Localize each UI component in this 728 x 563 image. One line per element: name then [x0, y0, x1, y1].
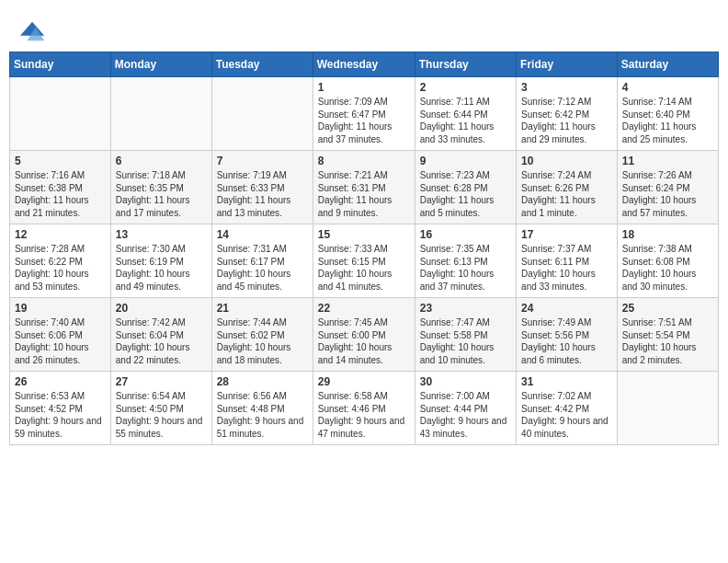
day-number: 17 [521, 228, 612, 241]
calendar-cell: 22Sunrise: 7:45 AM Sunset: 6:00 PM Dayli… [313, 298, 415, 372]
day-info: Sunrise: 7:14 AM Sunset: 6:40 PM Dayligh… [622, 96, 713, 145]
day-number: 6 [116, 155, 207, 167]
calendar-cell: 19Sunrise: 7:40 AM Sunset: 6:06 PM Dayli… [10, 298, 111, 372]
day-info: Sunrise: 7:37 AM Sunset: 6:11 PM Dayligh… [521, 243, 612, 293]
day-number: 3 [521, 81, 612, 94]
day-number: 20 [116, 302, 207, 315]
day-number: 4 [622, 81, 713, 94]
calendar-cell: 26Sunrise: 6:53 AM Sunset: 4:52 PM Dayli… [10, 372, 111, 445]
calendar-body: 1Sunrise: 7:09 AM Sunset: 6:47 PM Daylig… [10, 77, 719, 445]
day-number: 26 [15, 375, 106, 388]
day-number: 13 [116, 228, 207, 241]
day-info: Sunrise: 7:49 AM Sunset: 5:56 PM Dayligh… [521, 316, 612, 366]
calendar-cell: 8Sunrise: 7:21 AM Sunset: 6:31 PM Daylig… [313, 151, 415, 224]
calendar-cell: 15Sunrise: 7:33 AM Sunset: 6:15 PM Dayli… [313, 224, 415, 298]
calendar-cell: 5Sunrise: 7:16 AM Sunset: 6:38 PM Daylig… [10, 151, 111, 224]
day-info: Sunrise: 6:54 AM Sunset: 4:50 PM Dayligh… [116, 390, 207, 440]
day-info: Sunrise: 7:28 AM Sunset: 6:22 PM Dayligh… [15, 243, 106, 293]
day-info: Sunrise: 7:40 AM Sunset: 6:06 PM Dayligh… [15, 316, 106, 366]
day-number: 7 [217, 155, 308, 167]
day-number: 21 [217, 302, 308, 315]
calendar-cell: 2Sunrise: 7:11 AM Sunset: 6:44 PM Daylig… [415, 77, 516, 151]
day-info: Sunrise: 7:24 AM Sunset: 6:26 PM Dayligh… [521, 169, 612, 219]
day-number: 9 [420, 155, 511, 167]
day-number: 27 [116, 375, 207, 388]
weekday-wednesday: Wednesday [313, 52, 415, 77]
day-info: Sunrise: 7:26 AM Sunset: 6:24 PM Dayligh… [622, 169, 713, 219]
calendar-cell: 21Sunrise: 7:44 AM Sunset: 6:02 PM Dayli… [211, 298, 313, 372]
day-number: 10 [521, 155, 612, 167]
day-number: 29 [318, 375, 410, 388]
calendar-cell: 12Sunrise: 7:28 AM Sunset: 6:22 PM Dayli… [10, 224, 111, 298]
calendar-cell: 25Sunrise: 7:51 AM Sunset: 5:54 PM Dayli… [617, 298, 718, 372]
calendar-table: SundayMondayTuesdayWednesdayThursdayFrid… [9, 52, 719, 445]
day-number: 11 [622, 155, 713, 167]
day-number: 12 [15, 228, 106, 241]
weekday-sunday: Sunday [10, 52, 111, 77]
day-number: 1 [318, 81, 410, 94]
calendar-cell: 4Sunrise: 7:14 AM Sunset: 6:40 PM Daylig… [617, 77, 718, 151]
calendar-cell: 10Sunrise: 7:24 AM Sunset: 6:26 PM Dayli… [517, 151, 618, 224]
day-number: 19 [15, 302, 106, 315]
day-info: Sunrise: 7:47 AM Sunset: 5:58 PM Dayligh… [420, 316, 511, 366]
day-number: 16 [420, 228, 511, 241]
calendar-cell: 24Sunrise: 7:49 AM Sunset: 5:56 PM Dayli… [517, 298, 618, 372]
weekday-monday: Monday [110, 52, 211, 77]
calendar-week-1: 1Sunrise: 7:09 AM Sunset: 6:47 PM Daylig… [10, 77, 719, 151]
day-info: Sunrise: 7:09 AM Sunset: 6:47 PM Dayligh… [318, 96, 410, 145]
logo [18, 18, 46, 40]
day-info: Sunrise: 7:00 AM Sunset: 4:44 PM Dayligh… [420, 390, 511, 440]
calendar-week-4: 19Sunrise: 7:40 AM Sunset: 6:06 PM Dayli… [10, 298, 719, 372]
calendar-cell: 20Sunrise: 7:42 AM Sunset: 6:04 PM Dayli… [110, 298, 211, 372]
calendar-cell: 9Sunrise: 7:23 AM Sunset: 6:28 PM Daylig… [415, 151, 516, 224]
day-number: 23 [420, 302, 511, 315]
day-info: Sunrise: 7:16 AM Sunset: 6:38 PM Dayligh… [15, 169, 106, 219]
calendar-cell: 29Sunrise: 6:58 AM Sunset: 4:46 PM Dayli… [313, 372, 415, 445]
calendar-cell: 13Sunrise: 7:30 AM Sunset: 6:19 PM Dayli… [110, 224, 211, 298]
calendar-cell: 18Sunrise: 7:38 AM Sunset: 6:08 PM Dayli… [617, 224, 718, 298]
page-header [9, 9, 719, 48]
calendar-cell: 7Sunrise: 7:19 AM Sunset: 6:33 PM Daylig… [211, 151, 313, 224]
calendar-cell [10, 77, 111, 151]
calendar-cell [617, 372, 718, 445]
day-number: 18 [622, 228, 713, 241]
calendar-cell: 16Sunrise: 7:35 AM Sunset: 6:13 PM Dayli… [415, 224, 516, 298]
day-info: Sunrise: 7:51 AM Sunset: 5:54 PM Dayligh… [622, 316, 713, 366]
day-number: 8 [318, 155, 410, 167]
day-info: Sunrise: 7:18 AM Sunset: 6:35 PM Dayligh… [116, 169, 207, 219]
logo-icon [20, 18, 46, 44]
day-number: 2 [420, 81, 511, 94]
calendar-cell: 1Sunrise: 7:09 AM Sunset: 6:47 PM Daylig… [313, 77, 415, 151]
day-info: Sunrise: 6:56 AM Sunset: 4:48 PM Dayligh… [217, 390, 308, 440]
day-info: Sunrise: 7:11 AM Sunset: 6:44 PM Dayligh… [420, 96, 511, 145]
day-number: 30 [420, 375, 511, 388]
day-info: Sunrise: 7:31 AM Sunset: 6:17 PM Dayligh… [217, 243, 308, 293]
day-number: 28 [217, 375, 308, 388]
day-info: Sunrise: 7:12 AM Sunset: 6:42 PM Dayligh… [521, 96, 612, 145]
calendar-header: SundayMondayTuesdayWednesdayThursdayFrid… [10, 52, 719, 77]
weekday-saturday: Saturday [617, 52, 718, 77]
weekday-tuesday: Tuesday [211, 52, 313, 77]
calendar-cell: 30Sunrise: 7:00 AM Sunset: 4:44 PM Dayli… [415, 372, 516, 445]
calendar-week-3: 12Sunrise: 7:28 AM Sunset: 6:22 PM Dayli… [10, 224, 719, 298]
calendar-cell: 17Sunrise: 7:37 AM Sunset: 6:11 PM Dayli… [517, 224, 618, 298]
calendar-cell: 14Sunrise: 7:31 AM Sunset: 6:17 PM Dayli… [211, 224, 313, 298]
calendar-cell: 11Sunrise: 7:26 AM Sunset: 6:24 PM Dayli… [617, 151, 718, 224]
calendar-cell: 28Sunrise: 6:56 AM Sunset: 4:48 PM Dayli… [211, 372, 313, 445]
day-number: 14 [217, 228, 308, 241]
day-info: Sunrise: 7:42 AM Sunset: 6:04 PM Dayligh… [116, 316, 207, 366]
calendar-cell [211, 77, 313, 151]
calendar-cell [110, 77, 211, 151]
day-number: 22 [318, 302, 410, 315]
day-info: Sunrise: 7:33 AM Sunset: 6:15 PM Dayligh… [318, 243, 410, 293]
day-info: Sunrise: 7:35 AM Sunset: 6:13 PM Dayligh… [420, 243, 511, 293]
weekday-header-row: SundayMondayTuesdayWednesdayThursdayFrid… [10, 52, 719, 77]
day-number: 25 [622, 302, 713, 315]
day-info: Sunrise: 6:53 AM Sunset: 4:52 PM Dayligh… [15, 390, 106, 440]
day-info: Sunrise: 7:21 AM Sunset: 6:31 PM Dayligh… [318, 169, 410, 219]
day-number: 24 [521, 302, 612, 315]
day-info: Sunrise: 7:23 AM Sunset: 6:28 PM Dayligh… [420, 169, 511, 219]
day-number: 15 [318, 228, 410, 241]
day-info: Sunrise: 7:02 AM Sunset: 4:42 PM Dayligh… [521, 390, 612, 440]
weekday-friday: Friday [517, 52, 618, 77]
